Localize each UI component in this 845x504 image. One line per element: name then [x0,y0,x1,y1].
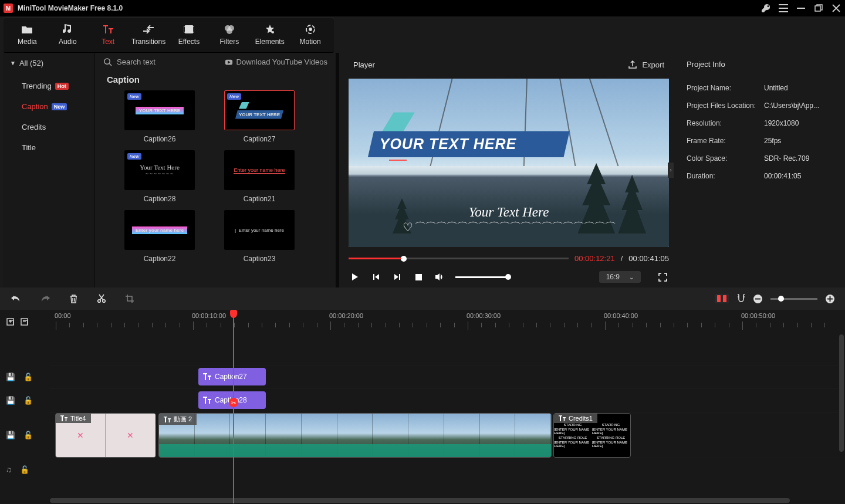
svg-rect-21 [723,295,726,302]
undo-button[interactable] [11,294,21,303]
timeline-video-clip[interactable]: 動画 2 [158,413,552,458]
motion-icon [305,25,316,34]
text-icon [203,373,211,380]
prev-frame-button[interactable] [371,272,381,282]
sidebar-item-trending[interactable]: TrendingHot [22,76,94,96]
redo-button[interactable] [40,294,50,303]
badge-hot: Hot [55,83,69,90]
play-button[interactable] [350,272,360,282]
toolbar-effects[interactable]: Effects [170,22,208,49]
audio-track[interactable] [50,458,845,481]
sidebar-item-caption[interactable]: CaptionNew [22,96,94,117]
auto-fit-button[interactable] [715,294,729,303]
info-value: 00:00:41:05 [764,172,836,180]
svg-rect-4 [815,6,820,11]
text-preset-caption28[interactable]: NewYour Text Here～～～～～～～Caption28 [119,150,201,203]
zoom-out-button[interactable] [753,295,762,303]
playhead[interactable]: ✂ [233,311,234,503]
timeline-text-clip[interactable]: Caption27 [198,368,266,385]
menu-icon[interactable] [778,3,789,13]
toolbar-motion[interactable]: Motion [291,22,329,49]
preset-thumbnail: Enter your name here [124,210,195,250]
split-button[interactable] [97,294,106,303]
text-track-2[interactable]: Caption28 [50,388,845,412]
toolbar-text[interactable]: Text [89,22,127,49]
ruler-label: 00:00 [55,312,71,319]
video-preview[interactable]: YOUR TEXT HERE Your Text Here ♡ ⌒⌒⌒⌒⌒⌒⌒⌒… [349,79,669,247]
current-time: 00:00:12:21 [574,254,615,263]
clip-label-bar: Title4 [56,414,91,423]
download-youtube-link[interactable]: Download YouTube Videos [225,57,327,66]
toolbar-label: Text [102,38,114,46]
aspect-ratio-select[interactable]: 16:9 ⌄ [599,271,641,283]
svg-rect-28 [21,319,28,325]
preset-label: Caption23 [244,255,276,263]
toolbar-audio[interactable]: Audio [49,22,87,49]
ruler-label: 00:00:30:00 [467,312,501,319]
lock-icon[interactable]: 🔓 [23,396,33,405]
search-icon [103,57,112,66]
add-track-button[interactable] [6,317,15,327]
save-icon[interactable]: 💾 [6,373,15,381]
toolbar-filters[interactable]: Filters [210,22,248,49]
export-button[interactable]: Export [628,60,664,69]
key-icon[interactable] [760,3,771,13]
text-preset-caption23[interactable]: | Enter your name hereCaption23 [218,210,300,263]
timeline-scroll-vertical[interactable] [838,310,845,498]
playhead-split-icon[interactable]: ✂ [229,398,238,407]
media-icon [21,25,33,34]
music-icon[interactable]: ♫ [6,465,12,474]
search-text[interactable]: Search text [103,57,220,66]
sidebar-item-title[interactable]: Title [22,137,94,158]
sidebar-item-label: Credits [22,123,46,131]
toolbar-media[interactable]: Media [8,22,46,49]
stop-button[interactable] [413,272,424,282]
fullscreen-button[interactable] [657,272,668,282]
next-frame-button[interactable] [392,272,403,282]
sidebar-item-label: Title [22,143,36,152]
toolbar-label: Elements [255,38,285,46]
zoom-in-button[interactable] [826,295,834,303]
remove-track-button[interactable] [20,317,29,327]
video-track[interactable]: Title4動画 2STARRING[ENTER YOUR NAME HERE]… [50,412,845,458]
sidebar-header: All (52) [19,59,43,67]
clip-label: Caption27 [215,373,247,381]
seek-bar[interactable] [349,258,569,259]
text-preset-caption22[interactable]: Enter your name hereCaption22 [119,210,201,263]
zoom-slider[interactable] [770,298,817,300]
volume-slider[interactable] [455,276,508,278]
save-icon[interactable]: 💾 [6,431,15,439]
text-preset-caption26[interactable]: NewYOUR TEXT HERECaption26 [119,90,201,143]
timeline: 💾🔓 💾🔓 💾🔓 ♫🔓 00:0000:00:10:0000:00:20:000… [0,310,845,503]
panel-collapse-handle[interactable]: › [668,163,674,178]
download-icon [225,58,233,66]
text-track-1[interactable]: Caption27 [50,365,845,388]
clip-label-bar: 動画 2 [159,414,197,425]
svg-rect-1 [779,8,788,9]
lock-icon[interactable]: 🔓 [20,465,29,474]
preset-thumbnail: Enter your name here [224,150,295,190]
save-icon[interactable]: 💾 [6,396,15,405]
crop-button[interactable] [125,294,134,303]
close-icon[interactable] [831,3,841,13]
lock-icon[interactable]: 🔓 [23,431,33,439]
timeline-ruler[interactable]: 00:0000:00:10:0000:00:20:0000:00:30:0000… [50,310,845,334]
timeline-video-clip[interactable]: STARRING[ENTER YOUR NAME HERE]STARRING R… [553,413,631,458]
text-preset-caption27[interactable]: NewYOUR TEXT HERECaption27 [218,90,300,143]
svg-rect-2 [779,11,788,12]
snap-button[interactable] [737,294,745,303]
timeline-video-clip[interactable]: Title4 [55,413,156,458]
timeline-scroll-horizontal[interactable] [50,498,837,503]
toolbar-elements[interactable]: Elements [251,22,289,49]
lock-icon[interactable]: 🔓 [23,373,33,381]
delete-button[interactable] [69,294,78,303]
maximize-icon[interactable] [813,3,824,13]
sidebar-all-toggle[interactable]: ▼ All (52) [3,53,94,73]
volume-icon[interactable] [434,272,445,282]
minimize-icon[interactable] [796,3,806,13]
info-row: Frame Rate:25fps [687,132,836,150]
sidebar-item-credits[interactable]: Credits [22,117,94,137]
text-preset-caption21[interactable]: Enter your name hereCaption21 [218,150,300,203]
preset-thumbnail: NewYOUR TEXT HERE [224,90,295,130]
toolbar-transitions[interactable]: Transitions [130,22,168,49]
